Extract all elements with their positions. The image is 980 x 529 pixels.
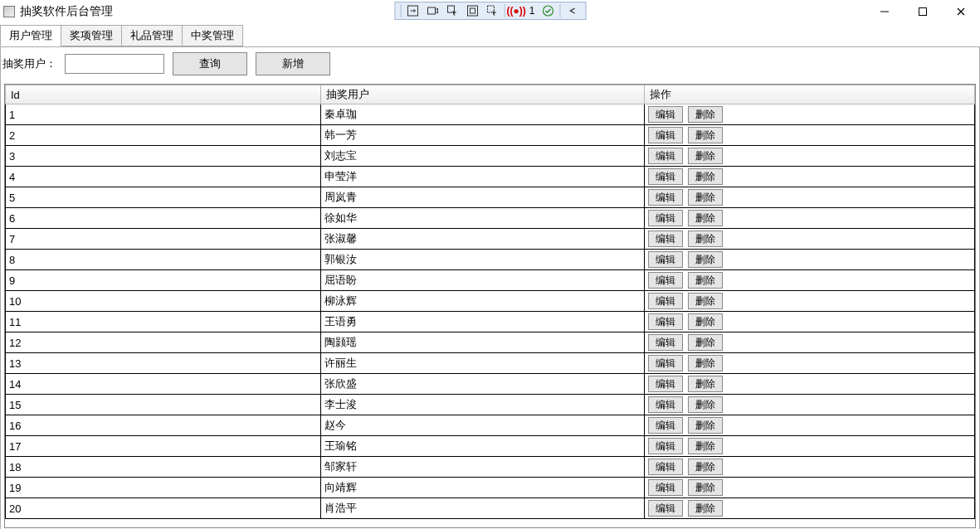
table-row: 12陶颢瑶编辑删除 bbox=[6, 332, 975, 353]
cell-ops: 编辑删除 bbox=[645, 478, 975, 498]
table-row: 20肖浩平编辑删除 bbox=[6, 498, 975, 519]
delete-button[interactable]: 删除 bbox=[688, 293, 723, 309]
cell-id: 2 bbox=[6, 125, 321, 146]
cell-user: 许丽生 bbox=[321, 353, 645, 374]
table-row: 10柳泳辉编辑删除 bbox=[6, 291, 975, 312]
tab-2[interactable]: 礼品管理 bbox=[121, 25, 183, 46]
cell-id: 15 bbox=[6, 395, 321, 415]
tab-0[interactable]: 用户管理 bbox=[0, 25, 61, 46]
edit-button[interactable]: 编辑 bbox=[648, 438, 683, 454]
check-icon[interactable] bbox=[539, 3, 557, 18]
track-focus-icon[interactable] bbox=[483, 3, 501, 18]
cell-ops: 编辑删除 bbox=[645, 353, 975, 374]
search-label: 抽奖用户： bbox=[2, 56, 56, 71]
record-icon[interactable]: ((●)) bbox=[507, 3, 525, 18]
camera-icon[interactable] bbox=[423, 3, 441, 18]
table-row: 1秦卓珈编辑删除 bbox=[6, 104, 975, 125]
delete-button[interactable]: 删除 bbox=[688, 272, 723, 289]
cell-user: 徐如华 bbox=[321, 208, 645, 229]
svg-rect-5 bbox=[427, 7, 435, 14]
edit-button[interactable]: 编辑 bbox=[648, 313, 683, 330]
edit-button[interactable]: 编辑 bbox=[648, 148, 683, 164]
delete-button[interactable]: 删除 bbox=[688, 438, 723, 454]
cell-ops: 编辑删除 bbox=[645, 498, 975, 519]
delete-button[interactable]: 删除 bbox=[688, 106, 723, 123]
edit-button[interactable]: 编辑 bbox=[648, 127, 683, 143]
cell-ops: 编辑删除 bbox=[645, 457, 975, 478]
cell-ops: 编辑删除 bbox=[645, 146, 975, 167]
cell-ops: 编辑删除 bbox=[645, 395, 975, 415]
cell-ops: 编辑删除 bbox=[645, 208, 975, 229]
search-input[interactable] bbox=[65, 54, 164, 74]
query-button[interactable]: 查询 bbox=[173, 52, 247, 75]
delete-button[interactable]: 删除 bbox=[688, 396, 723, 413]
delete-button[interactable]: 删除 bbox=[688, 231, 723, 247]
cell-id: 3 bbox=[6, 146, 321, 167]
tab-3[interactable]: 中奖管理 bbox=[182, 25, 243, 46]
delete-button[interactable]: 删除 bbox=[688, 313, 723, 330]
edit-button[interactable]: 编辑 bbox=[648, 293, 683, 309]
cell-id: 6 bbox=[6, 208, 321, 229]
edit-button[interactable]: 编辑 bbox=[648, 231, 683, 247]
cell-ops: 编辑删除 bbox=[645, 374, 975, 395]
delete-button[interactable]: 删除 bbox=[688, 127, 723, 143]
cell-id: 11 bbox=[6, 312, 321, 332]
tab-1[interactable]: 奖项管理 bbox=[61, 25, 122, 46]
edit-button[interactable]: 编辑 bbox=[648, 396, 683, 413]
delete-button[interactable]: 删除 bbox=[688, 459, 723, 475]
edit-button[interactable]: 编辑 bbox=[648, 189, 683, 206]
cell-id: 13 bbox=[6, 353, 321, 374]
minimize-button[interactable] bbox=[877, 4, 892, 19]
delete-button[interactable]: 删除 bbox=[688, 148, 723, 164]
add-button[interactable]: 新增 bbox=[256, 52, 330, 75]
delete-button[interactable]: 删除 bbox=[688, 210, 723, 226]
edit-button[interactable]: 编辑 bbox=[648, 272, 683, 289]
col-header-id[interactable]: Id bbox=[6, 85, 321, 104]
edit-button[interactable]: 编辑 bbox=[648, 334, 683, 351]
tabstrip: 用户管理奖项管理礼品管理中奖管理 bbox=[0, 25, 980, 47]
delete-button[interactable]: 删除 bbox=[688, 376, 723, 392]
edit-button[interactable]: 编辑 bbox=[648, 210, 683, 226]
cell-user: 柳泳辉 bbox=[321, 291, 645, 312]
cell-user: 周岚青 bbox=[321, 187, 645, 208]
delete-button[interactable]: 删除 bbox=[688, 417, 723, 434]
cell-id: 8 bbox=[6, 250, 321, 270]
edit-button[interactable]: 编辑 bbox=[648, 251, 683, 268]
cell-user: 赵今 bbox=[321, 415, 645, 436]
live-visual-tree-icon[interactable] bbox=[403, 3, 422, 18]
edit-button[interactable]: 编辑 bbox=[648, 106, 683, 123]
delete-button[interactable]: 删除 bbox=[688, 355, 723, 371]
edit-button[interactable]: 编辑 bbox=[648, 459, 683, 475]
select-element-icon[interactable] bbox=[443, 3, 461, 18]
delete-button[interactable]: 删除 bbox=[688, 479, 723, 496]
cell-id: 7 bbox=[6, 229, 321, 250]
edit-button[interactable]: 编辑 bbox=[648, 355, 683, 371]
delete-button[interactable]: 删除 bbox=[688, 500, 723, 517]
delete-button[interactable]: 删除 bbox=[688, 189, 723, 206]
delete-button[interactable]: 删除 bbox=[688, 334, 723, 351]
table-row: 11王语勇编辑删除 bbox=[6, 312, 975, 332]
edit-button[interactable]: 编辑 bbox=[648, 500, 683, 517]
table-row: 5周岚青编辑删除 bbox=[6, 187, 975, 208]
cell-id: 20 bbox=[6, 498, 321, 519]
col-header-user[interactable]: 抽奖用户 bbox=[321, 85, 645, 104]
table-row: 8郭银汝编辑删除 bbox=[6, 250, 975, 270]
delete-button[interactable]: 删除 bbox=[688, 168, 723, 185]
col-header-ops[interactable]: 操作 bbox=[645, 85, 975, 104]
collapse-toolbar-icon[interactable] bbox=[563, 3, 581, 18]
maximize-button[interactable] bbox=[915, 4, 930, 19]
delete-button[interactable]: 删除 bbox=[688, 251, 723, 268]
close-button[interactable] bbox=[953, 4, 968, 19]
grid-scroll[interactable]: Id 抽奖用户 操作 1秦卓珈编辑删除2韩一芳编辑删除3刘志宝编辑删除4申莹洋编… bbox=[5, 85, 975, 527]
edit-button[interactable]: 编辑 bbox=[648, 376, 683, 392]
edit-button[interactable]: 编辑 bbox=[648, 479, 683, 496]
cell-ops: 编辑删除 bbox=[645, 125, 975, 146]
edit-button[interactable]: 编辑 bbox=[648, 168, 683, 185]
cell-id: 5 bbox=[6, 187, 321, 208]
layout-adorners-icon[interactable] bbox=[463, 3, 481, 18]
cell-ops: 编辑删除 bbox=[645, 187, 975, 208]
cell-id: 18 bbox=[6, 457, 321, 478]
edit-button[interactable]: 编辑 bbox=[648, 417, 683, 434]
record-count: 1 bbox=[527, 3, 537, 18]
table-row: 13许丽生编辑删除 bbox=[6, 353, 975, 374]
